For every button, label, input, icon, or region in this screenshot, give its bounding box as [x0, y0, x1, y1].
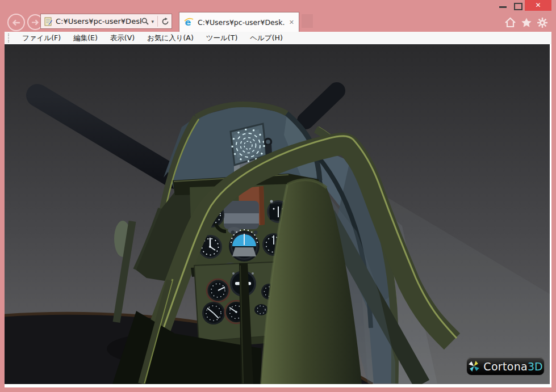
menu-file[interactable]: ファイル(F) — [16, 33, 67, 43]
search-icon[interactable] — [141, 18, 149, 25]
navigation-bar: C:¥Users¥pc-user¥Desktop¥ ▾ e C:¥Users¥p… — [0, 10, 556, 32]
page-content: Cortona3D — [5, 44, 551, 387]
menu-edit[interactable]: 編集(E) — [67, 33, 104, 43]
tab-close-icon[interactable]: ✕ — [289, 19, 294, 26]
address-input[interactable]: C:¥Users¥pc-user¥Desktop¥ — [56, 17, 141, 26]
settings-gear-icon[interactable] — [537, 17, 548, 28]
maximize-button[interactable] — [514, 3, 522, 10]
gauge-artificial-horizon — [229, 230, 260, 262]
menu-help[interactable]: ヘルプ(H) — [244, 33, 289, 43]
menu-tools[interactable]: ツール(T) — [200, 33, 244, 43]
tab-title: C:¥Users¥pc-user¥Desk... — [198, 18, 285, 27]
browser-tab[interactable]: e C:¥Users¥pc-user¥Desk... ✕ — [179, 12, 299, 32]
cortona3d-logo-icon — [468, 360, 480, 372]
new-tab-button[interactable] — [302, 14, 313, 28]
gauge-half-hidden — [254, 304, 268, 315]
gauge-pressure — [202, 302, 225, 324]
menu-view[interactable]: 表示(V) — [104, 33, 141, 43]
address-dropdown-icon[interactable]: ▾ — [151, 19, 154, 24]
document-icon — [44, 17, 53, 26]
back-arrow-icon — [12, 19, 20, 26]
menubar-grip — [8, 33, 11, 43]
titlebar[interactable]: ✕ — [0, 0, 556, 10]
forward-arrow-icon — [31, 19, 39, 26]
badge-brand-suffix: 3D — [528, 360, 543, 373]
menu-favorites[interactable]: お気に入り(A) — [141, 33, 200, 43]
browser-window: { "titlebar": { "close_glyph": "✕" }, "n… — [0, 0, 556, 392]
close-button[interactable]: ✕ — [525, 0, 551, 11]
minimize-button[interactable] — [499, 6, 507, 8]
viewport-3d[interactable] — [5, 44, 550, 384]
refresh-icon[interactable] — [161, 18, 169, 26]
cortona3d-badge[interactable]: Cortona3D — [466, 357, 545, 376]
address-divider — [157, 16, 158, 27]
badge-brand-text: Cortona — [483, 360, 528, 373]
favorites-star-icon[interactable] — [521, 17, 532, 28]
gauge-fuel — [207, 279, 229, 302]
home-icon[interactable] — [504, 17, 516, 28]
back-button[interactable] — [7, 14, 25, 31]
menu-bar: ファイル(F) 編集(E) 表示(V) お気に入り(A) ツール(T) ヘルプ(… — [5, 32, 551, 44]
internet-explorer-icon: e — [184, 18, 194, 27]
address-bar[interactable]: C:¥Users¥pc-user¥Desktop¥ ▾ — [40, 14, 172, 29]
